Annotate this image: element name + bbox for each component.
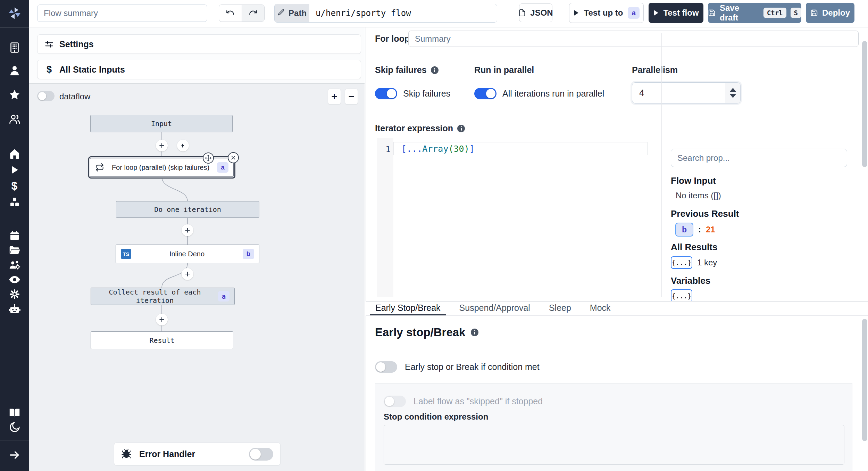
node-collect-result[interactable]: Collect result of each iteration a: [91, 288, 235, 305]
delete-node-button[interactable]: [228, 152, 239, 163]
graph-connectors: [29, 83, 365, 471]
label-skipped-toggle[interactable]: [384, 396, 406, 407]
all-results-title: All Results: [671, 242, 717, 253]
add-step-button[interactable]: [182, 224, 193, 236]
info-icon[interactable]: [431, 66, 439, 74]
add-step-button[interactable]: [182, 268, 193, 280]
skip-failures-toggle-label: Skip failures: [403, 89, 450, 99]
audit-eye-icon[interactable]: [8, 273, 22, 287]
error-handler-toggle[interactable]: [249, 448, 273, 461]
play-icon: [654, 10, 659, 16]
early-stop-toggle[interactable]: [375, 361, 397, 373]
ai-robot-icon[interactable]: [8, 302, 22, 316]
node-input[interactable]: Input: [90, 115, 233, 132]
deploy-label: Deploy: [822, 8, 850, 18]
code-token: ): [464, 144, 469, 154]
skip-failures-title: Skip failures: [375, 65, 427, 75]
stepper-up-icon[interactable]: [730, 88, 736, 92]
undo-button[interactable]: [219, 5, 242, 22]
tab-early-stop-break[interactable]: Early Stop/Break: [370, 301, 446, 315]
dark-mode-moon-icon[interactable]: [8, 420, 22, 434]
save-draft-label: Save draft: [720, 3, 759, 23]
workers-groups-gear-icon[interactable]: [8, 258, 22, 272]
sidebar-divider: [0, 27, 29, 28]
previous-result-key-badge[interactable]: b: [675, 223, 693, 237]
code-line[interactable]: [...Array(30)]: [393, 142, 648, 155]
test-up-to-button[interactable]: Test up to a: [569, 3, 644, 23]
flow-summary-input[interactable]: [37, 5, 207, 22]
error-handler-label: Error Handler: [139, 449, 195, 459]
favorites-star-icon[interactable]: [8, 88, 22, 102]
node-label: Do one iteration: [121, 205, 254, 214]
stepper-down-icon[interactable]: [730, 94, 736, 98]
windmill-logo-icon[interactable]: [8, 6, 22, 20]
all-results-expand-chip[interactable]: {...}: [671, 256, 692, 269]
node-label: Collect result of each iteration: [96, 288, 214, 305]
home-icon[interactable]: [8, 147, 22, 161]
deploy-button[interactable]: Deploy: [806, 3, 854, 23]
save-icon: [810, 9, 818, 17]
variables-expand-chip[interactable]: {...}: [671, 289, 692, 303]
node-do-one-iteration[interactable]: Do one iteration: [116, 201, 259, 218]
kbd-ctrl: Ctrl: [763, 8, 786, 18]
docs-book-icon[interactable]: [8, 406, 22, 420]
runs-play-icon[interactable]: [8, 163, 22, 177]
iterator-code-editor[interactable]: 1 [...Array(30)]: [377, 138, 650, 297]
move-node-button[interactable]: [203, 152, 214, 164]
expand-arrow-icon[interactable]: [8, 448, 22, 462]
run-in-parallel-toggle[interactable]: [474, 88, 496, 99]
tab-sleep[interactable]: Sleep: [544, 301, 576, 315]
user-icon[interactable]: [8, 64, 22, 77]
previous-result-value: 21: [706, 225, 715, 234]
parallelism-input[interactable]: [632, 88, 725, 98]
topbar: Path JSON Test up to a Test flow Save dr…: [29, 0, 868, 27]
tab-suspend-approval[interactable]: Suspend/Approval: [454, 301, 535, 315]
module-summary-input[interactable]: [408, 31, 859, 47]
code-token: ]: [469, 144, 475, 154]
node-inline-deno[interactable]: TS Inline Deno b: [116, 245, 259, 263]
parallelism-stepper: [632, 82, 741, 104]
resources-boxes-icon[interactable]: [8, 195, 22, 209]
variables-dollar-icon[interactable]: $: [8, 179, 22, 193]
test-flow-label: Test flow: [663, 8, 699, 18]
scrollbar-thumb[interactable]: [862, 41, 867, 167]
json-button[interactable]: JSON: [519, 3, 552, 22]
info-icon[interactable]: [457, 125, 465, 132]
all-static-inputs-card[interactable]: $ All Static Inputs: [37, 60, 361, 79]
schedules-calendar-icon[interactable]: [8, 229, 22, 243]
add-step-button[interactable]: [156, 314, 168, 325]
run-in-parallel-toggle-label: All iterations run in parallel: [502, 89, 604, 99]
kbd-s: S: [791, 8, 801, 18]
code-token: 30: [454, 144, 464, 154]
folders-icon[interactable]: [8, 243, 22, 257]
trigger-bolt-button[interactable]: [177, 140, 189, 151]
node-label: For loop (parallel) (skip failures): [108, 164, 213, 172]
node-label: Inline Deno: [135, 250, 239, 258]
skip-failures-toggle[interactable]: [375, 88, 397, 99]
scrollbar-thumb[interactable]: [862, 319, 867, 441]
groups-users-icon[interactable]: [8, 112, 22, 126]
settings-card[interactable]: Settings: [37, 34, 361, 54]
path-input[interactable]: [309, 4, 497, 22]
error-handler-card[interactable]: Error Handler: [114, 443, 281, 465]
panel-divider: [661, 33, 662, 297]
add-step-button[interactable]: [156, 140, 168, 151]
tab-mock[interactable]: Mock: [585, 301, 616, 315]
stop-condition-editor[interactable]: [384, 425, 844, 465]
redo-icon: [249, 8, 258, 18]
node-label: Result: [96, 336, 228, 345]
save-draft-button[interactable]: Save draft Ctrl S: [708, 3, 801, 23]
stepper-arrows[interactable]: [725, 83, 740, 103]
all-static-inputs-label: All Static Inputs: [59, 65, 125, 75]
path-button[interactable]: Path: [275, 4, 309, 22]
workspace-building-icon[interactable]: [8, 41, 22, 55]
search-prop-input[interactable]: [671, 149, 847, 167]
info-icon[interactable]: [471, 329, 478, 336]
parallelism-title: Parallelism: [632, 65, 678, 75]
redo-button[interactable]: [242, 5, 265, 22]
test-flow-button[interactable]: Test flow: [649, 3, 703, 23]
play-icon: [574, 10, 578, 16]
code-token: Array: [422, 144, 448, 154]
settings-gear-icon[interactable]: [8, 287, 22, 301]
node-result[interactable]: Result: [91, 331, 233, 349]
